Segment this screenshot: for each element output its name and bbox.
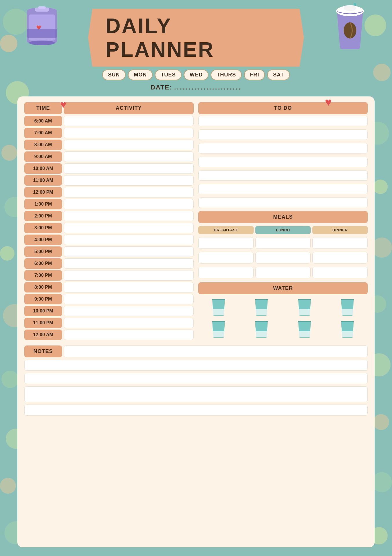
main-title: DAILY PLANNER — [105, 14, 287, 61]
activity-18[interactable] — [64, 330, 194, 340]
activity-12[interactable] — [64, 258, 194, 269]
dinner-cell-3[interactable] — [312, 267, 368, 278]
water-cup-2[interactable] — [241, 298, 282, 316]
todo-row-2[interactable] — [198, 143, 368, 153]
svg-rect-20 — [342, 331, 353, 337]
time-row-18: 12:00 AM — [24, 330, 194, 340]
time-12: 6:00 PM — [24, 258, 62, 269]
time-row-17: 11:00 PM — [24, 318, 194, 328]
time-8: 2:00 PM — [24, 211, 62, 221]
schedule-section: TIME ACTIVITY 6:00 AM 7:00 AM 8:00 AM — [24, 102, 194, 341]
time-row-2: 8:00 AM — [24, 140, 194, 150]
todo-row-4[interactable] — [198, 170, 368, 181]
time-row-0: 6:00 AM — [24, 116, 194, 126]
breakfast-cell-3[interactable] — [198, 267, 254, 278]
todo-row-3[interactable] — [198, 157, 368, 167]
notes-top-row: NOTES — [24, 345, 368, 357]
activity-9[interactable] — [64, 223, 194, 233]
water-cup-4[interactable] — [327, 298, 368, 316]
activity-16[interactable] — [64, 306, 194, 316]
activity-2[interactable] — [64, 140, 194, 150]
activity-14[interactable] — [64, 282, 194, 292]
day-sun[interactable]: SUN — [102, 70, 126, 80]
time-14: 8:00 PM — [24, 282, 62, 292]
activity-0[interactable] — [64, 116, 194, 126]
header-ribbon: ♥ DAILY PLANNER — [17, 9, 375, 67]
svg-rect-14 — [256, 309, 267, 315]
notes-line-top[interactable] — [64, 345, 368, 357]
svg-rect-13 — [213, 309, 224, 315]
breakfast-cell-1[interactable] — [198, 237, 254, 249]
day-fri[interactable]: FRI — [244, 70, 265, 80]
lunch-cell-2[interactable] — [255, 252, 311, 264]
notes-line-1[interactable] — [24, 360, 368, 371]
activity-17[interactable] — [64, 318, 194, 328]
day-sat[interactable]: SAT — [267, 70, 290, 80]
water-cup-1[interactable] — [198, 298, 239, 316]
time-1: 7:00 AM — [24, 128, 62, 138]
activity-5[interactable] — [64, 175, 194, 186]
dinner-cell-2[interactable] — [312, 252, 368, 264]
breakfast-cell-2[interactable] — [198, 252, 254, 264]
activity-3[interactable] — [64, 151, 194, 162]
time-16: 10:00 PM — [24, 306, 62, 316]
todo-row-5[interactable] — [198, 184, 368, 194]
todo-row-6[interactable] — [198, 197, 368, 208]
todo-header: TO DO — [198, 102, 368, 114]
activity-11[interactable] — [64, 246, 194, 257]
lunch-label: LUNCH — [255, 226, 311, 234]
heart-left-decoration: ♥ — [60, 98, 66, 111]
time-18: 12:00 AM — [24, 330, 62, 340]
right-section: TO DO MEALS BREAKFAST LUNCH DINNER — [198, 102, 368, 341]
time-row-1: 7:00 AM — [24, 128, 194, 138]
notes-line-2[interactable] — [24, 373, 368, 384]
day-thurs[interactable]: THURS — [211, 70, 242, 80]
time-6: 12:00 PM — [24, 187, 62, 197]
lunch-cell-1[interactable] — [255, 237, 311, 249]
time-9: 3:00 PM — [24, 223, 62, 233]
time-row-14: 8:00 PM — [24, 282, 194, 292]
dinner-cell-1[interactable] — [312, 237, 368, 249]
notes-section: NOTES — [24, 345, 368, 416]
cup-left: ♥ — [23, 3, 61, 49]
notes-line-3[interactable] — [24, 386, 368, 402]
todo-row-1[interactable] — [198, 129, 368, 140]
day-tues[interactable]: TUES — [155, 70, 182, 80]
activity-15[interactable] — [64, 294, 194, 304]
time-row-12: 6:00 PM — [24, 258, 194, 269]
water-cup-6[interactable] — [241, 320, 282, 338]
svg-point-5 — [29, 41, 55, 45]
time-3: 9:00 AM — [24, 151, 62, 162]
time-2: 8:00 AM — [24, 140, 62, 150]
water-header: WATER — [198, 282, 368, 294]
day-wed[interactable]: WED — [184, 70, 208, 80]
water-cup-8[interactable] — [327, 320, 368, 338]
date-row: DATE: ....................... — [151, 84, 241, 91]
todo-row-0[interactable] — [198, 116, 368, 126]
time-row-3: 9:00 AM — [24, 151, 194, 162]
svg-rect-17 — [213, 331, 224, 337]
activity-1[interactable] — [64, 128, 194, 138]
time-row-16: 10:00 PM — [24, 306, 194, 316]
activity-7[interactable] — [64, 199, 194, 209]
water-cup-5[interactable] — [198, 320, 239, 338]
activity-6[interactable] — [64, 187, 194, 197]
activity-4[interactable] — [64, 163, 194, 174]
lunch-cell-3[interactable] — [255, 267, 311, 278]
notes-line-4[interactable] — [24, 405, 368, 416]
time-15: 9:00 PM — [24, 294, 62, 304]
activity-8[interactable] — [64, 211, 194, 221]
activity-13[interactable] — [64, 270, 194, 281]
water-cup-3[interactable] — [284, 298, 325, 316]
meals-header: MEALS — [198, 211, 368, 223]
cup-right — [331, 3, 369, 49]
time-row-11: 5:00 PM — [24, 246, 194, 257]
day-mon[interactable]: MON — [128, 70, 153, 80]
time-row-6: 12:00 PM — [24, 187, 194, 197]
water-cups-row-1 — [198, 298, 368, 316]
water-cup-7[interactable] — [284, 320, 325, 338]
activity-10[interactable] — [64, 235, 194, 245]
time-row-4: 10:00 AM — [24, 163, 194, 174]
meals-row-3 — [198, 267, 368, 278]
time-header: TIME — [24, 102, 62, 114]
